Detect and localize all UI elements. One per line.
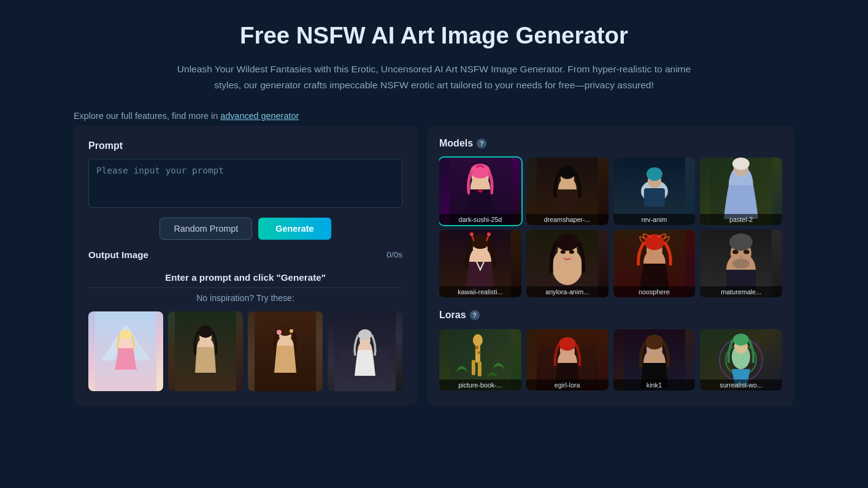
prompt-label: Prompt <box>88 140 402 151</box>
output-label: Output Image <box>88 250 148 260</box>
model-card-rev-anim[interactable]: rev-anim <box>613 158 696 225</box>
inspiration-image-1 <box>88 311 163 391</box>
lora-card-kink1[interactable]: kink1 <box>613 329 696 391</box>
inspiration-image-3 <box>248 311 323 391</box>
page-header: Free NSFW AI Art Image Generator Unleash… <box>0 0 868 105</box>
models-help-icon[interactable]: ? <box>477 139 486 148</box>
svg-point-32 <box>646 167 662 181</box>
svg-point-64 <box>473 334 483 346</box>
lora-name-picture-book: picture-book-... <box>439 379 521 391</box>
model-card-dreamshaper[interactable]: dreamshaper-... <box>526 158 609 225</box>
svg-point-83 <box>733 334 749 346</box>
model-name-dark-sushi: dark-sushi-25d <box>439 214 521 225</box>
models-scroll: Models ? <box>439 138 782 391</box>
divider <box>88 288 402 288</box>
lora-name-surrealist: surrealist-wo... <box>700 379 782 391</box>
svg-point-48 <box>561 250 566 254</box>
svg-point-15 <box>290 329 293 333</box>
svg-point-58 <box>732 259 750 269</box>
models-section-header: Models ? <box>439 138 782 149</box>
model-card-anylora[interactable]: anylora-anim... <box>526 230 609 297</box>
explore-bar: Explore our full features, find more in … <box>0 105 868 126</box>
button-row: Random Prompt Generate <box>88 218 402 240</box>
svg-point-41 <box>471 234 490 249</box>
svg-point-59 <box>732 250 739 254</box>
svg-rect-33 <box>643 188 664 207</box>
svg-point-73 <box>559 337 576 351</box>
right-panel: Models ? <box>427 126 794 406</box>
prompt-input[interactable] <box>88 159 402 208</box>
model-name-kawaii: kawaii-realisti... <box>439 286 521 297</box>
models-grid: dark-sushi-25d <box>439 158 782 297</box>
output-row: Output Image 0/0s <box>88 250 402 260</box>
explore-text: Explore our full features, find more in <box>74 111 220 121</box>
model-name-pastel-2: pastel-2 <box>700 214 782 225</box>
svg-point-60 <box>743 250 750 254</box>
output-counter: 0/0s <box>386 250 402 259</box>
lora-card-surrealist[interactable]: surrealist-wo... <box>700 329 782 391</box>
main-layout: Prompt Random Prompt Generate Output Ima… <box>0 126 868 418</box>
svg-point-9 <box>198 326 213 338</box>
page-title: Free NSFW AI Art Image Generator <box>49 22 819 49</box>
lora-card-egirl[interactable]: egirl-lora <box>526 329 609 391</box>
inspiration-card-4[interactable] <box>328 311 402 391</box>
model-name-noosphere: noosphere <box>613 286 696 297</box>
svg-point-77 <box>645 335 663 349</box>
loras-grid: picture-book-... <box>439 329 782 391</box>
generate-button[interactable]: Generate <box>258 218 331 240</box>
loras-section-header: Loras ? <box>439 310 782 321</box>
inspiration-card-1[interactable] <box>88 311 163 391</box>
svg-point-49 <box>569 250 574 254</box>
svg-point-47 <box>556 234 578 251</box>
inspiration-image-2 <box>168 311 243 391</box>
svg-point-5 <box>120 330 132 340</box>
model-card-noosphere[interactable]: noosphere <box>613 230 696 297</box>
svg-point-28 <box>559 166 575 179</box>
model-card-pastel-2[interactable]: pastel-2 <box>700 158 782 225</box>
generate-prompt-message: Enter a prompt and click "Generate" <box>88 272 402 283</box>
inspiration-card-3[interactable] <box>248 311 323 391</box>
svg-point-53 <box>644 234 664 250</box>
model-name-anylora: anylora-anim... <box>526 286 609 297</box>
loras-help-icon[interactable]: ? <box>470 310 480 320</box>
inspiration-image-4 <box>328 311 402 391</box>
svg-point-67 <box>475 346 478 349</box>
lora-name-egirl: egirl-lora <box>526 379 609 391</box>
svg-point-68 <box>477 351 480 354</box>
svg-point-42 <box>470 232 474 236</box>
model-card-kawaii[interactable]: kawaii-realisti... <box>439 230 521 297</box>
model-card-maturemale[interactable]: maturemale... <box>700 230 782 297</box>
model-name-dreamshaper: dreamshaper-... <box>526 214 609 225</box>
left-panel: Prompt Random Prompt Generate Output Ima… <box>74 126 417 406</box>
models-label: Models <box>439 138 473 149</box>
svg-point-43 <box>487 232 491 236</box>
inspiration-card-2[interactable] <box>168 311 243 391</box>
inspiration-label: No inspiration? Try these: <box>88 293 402 303</box>
svg-rect-65 <box>472 360 475 375</box>
lora-name-kink1: kink1 <box>613 379 696 391</box>
svg-point-14 <box>277 330 282 335</box>
svg-point-20 <box>358 329 372 340</box>
model-card-dark-sushi[interactable]: dark-sushi-25d <box>439 158 521 225</box>
advanced-generator-link[interactable]: advanced generator <box>220 111 299 121</box>
model-name-rev-anim: rev-anim <box>613 214 696 225</box>
random-prompt-button[interactable]: Random Prompt <box>159 218 252 240</box>
svg-rect-66 <box>478 361 482 376</box>
loras-label: Loras <box>439 310 466 321</box>
svg-point-37 <box>732 158 750 170</box>
page-subtitle: Unleash Your Wildest Fantasies with this… <box>171 61 698 93</box>
inspiration-grid <box>88 311 402 391</box>
svg-point-57 <box>729 234 753 251</box>
model-name-maturemale: maturemale... <box>700 286 782 297</box>
lora-card-picture-book[interactable]: picture-book-... <box>439 329 521 391</box>
